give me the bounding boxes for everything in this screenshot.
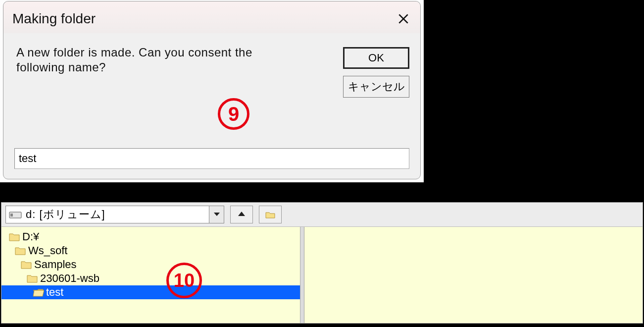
drive-label: d: [ボリューム] — [25, 207, 209, 222]
cancel-button[interactable]: キャンセル — [343, 76, 409, 98]
tree-item[interactable]: 230601-wsb — [1, 272, 304, 285]
tree-item[interactable]: Ws_soft — [1, 244, 304, 258]
file-manager-panel: d: [ボリューム] D:¥Ws_softSamples230601-wsbte… — [1, 202, 643, 324]
drive-selector[interactable]: d: [ボリューム] — [5, 206, 224, 223]
dialog-title: Making folder — [12, 11, 96, 27]
ok-button[interactable]: OK — [343, 47, 409, 69]
drive-icon — [9, 210, 22, 219]
tree-item[interactable]: D:¥ — [1, 230, 304, 244]
folder-open-icon — [32, 287, 44, 297]
new-folder-button[interactable] — [259, 206, 282, 223]
tree-item-label: D:¥ — [22, 230, 39, 243]
tree-item[interactable]: test — [1, 285, 304, 299]
tree-item-label: 230601-wsb — [40, 272, 99, 285]
folder-icon — [14, 246, 26, 256]
close-icon[interactable] — [394, 9, 413, 29]
file-list[interactable] — [304, 227, 643, 323]
folder-name-input[interactable] — [14, 148, 409, 169]
folder-icon — [8, 232, 20, 242]
toolbar: d: [ボリューム] — [1, 203, 643, 227]
folder-icon — [26, 273, 38, 283]
tree-item-label: Ws_soft — [28, 244, 67, 257]
folder-tree[interactable]: D:¥Ws_softSamples230601-wsbtest — [1, 227, 304, 323]
tree-item-label: Samples — [34, 258, 77, 271]
making-folder-dialog: Making folder A new folder is made. Can … — [3, 1, 421, 179]
svg-rect-1 — [10, 214, 13, 217]
tree-item[interactable]: Samples — [1, 258, 304, 272]
up-folder-button[interactable] — [230, 206, 253, 223]
drive-dropdown-button[interactable] — [209, 206, 224, 223]
folder-icon — [20, 260, 32, 270]
tree-item-label: test — [46, 286, 63, 299]
dialog-message: A new folder is made. Can you consent th… — [16, 45, 294, 75]
